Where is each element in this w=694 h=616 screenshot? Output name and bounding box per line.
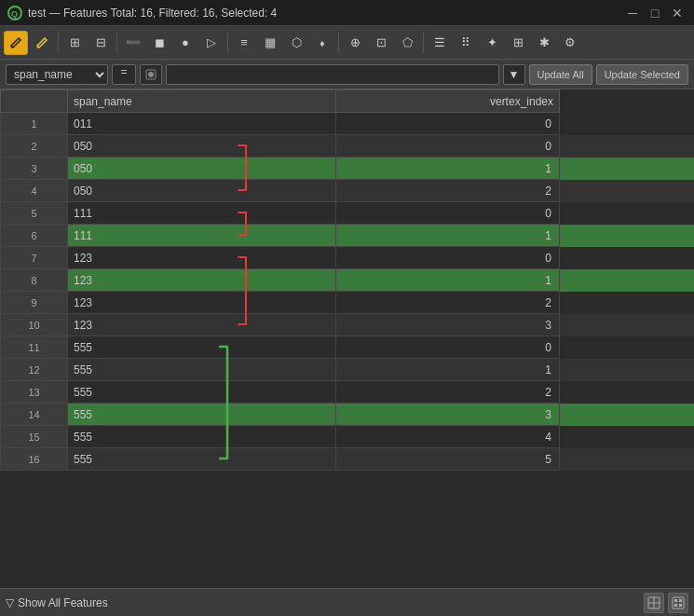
table-row[interactable]: 125551 — [1, 359, 694, 381]
cell-bracket — [560, 113, 694, 135]
toolbar-separator-3 — [227, 33, 228, 53]
status-icon-2[interactable] — [668, 593, 688, 613]
table-row[interactable]: 20500 — [1, 135, 694, 157]
tool-plus[interactable]: ⊞ — [506, 31, 530, 55]
row-id: 10 — [1, 314, 68, 336]
cell-bracket — [560, 404, 694, 426]
toolbar-separator-5 — [423, 33, 424, 53]
minimize-button[interactable]: ─ — [623, 4, 642, 22]
table-header-row: span_name vertex_index — [1, 90, 694, 113]
update-selected-button[interactable]: Update Selected — [596, 64, 688, 85]
status-bar: ▽ Show All Features — [0, 588, 694, 616]
table-row[interactable]: 165555 — [1, 448, 694, 471]
svg-rect-9 — [679, 599, 682, 602]
cell-bracket — [560, 135, 694, 157]
close-button[interactable]: ✕ — [668, 4, 687, 22]
field-select[interactable]: span_name vertex_index — [6, 64, 108, 85]
svg-text:Q: Q — [11, 9, 18, 19]
toolbar-separator-4 — [338, 33, 339, 53]
title-bar: Q test — Features Total: 16, Filtered: 1… — [0, 0, 694, 26]
cell-span-name: 555 — [68, 336, 336, 359]
row-id: 5 — [1, 202, 68, 225]
cell-bracket — [560, 448, 694, 471]
table-container: span_name vertex_index 10110205003050140… — [0, 89, 694, 588]
table-row[interactable]: 10110 — [1, 113, 694, 135]
window-title: test — Features Total: 16, Filtered: 16,… — [28, 7, 623, 20]
table-row[interactable]: 40502 — [1, 180, 694, 202]
value-picker-button[interactable] — [140, 64, 162, 85]
data-table: span_name vertex_index 10110205003050140… — [0, 89, 694, 471]
tool-dots[interactable]: ⠿ — [454, 31, 478, 55]
table-row[interactable]: 101233 — [1, 314, 694, 336]
tool-arrow[interactable]: ▷ — [199, 31, 224, 55]
cell-span-name: 123 — [68, 247, 336, 269]
cell-vertex-index: 0 — [336, 135, 560, 157]
tool-search[interactable]: ⊕ — [343, 31, 367, 55]
cell-vertex-index: 0 — [336, 247, 560, 269]
table-row[interactable]: 115550 — [1, 336, 694, 359]
cell-span-name: 123 — [68, 314, 336, 336]
cell-vertex-index: 1 — [336, 157, 560, 180]
row-id: 13 — [1, 381, 68, 404]
edit-button-2[interactable] — [30, 31, 54, 55]
cell-bracket — [560, 180, 694, 202]
update-all-button[interactable]: Update All — [529, 64, 592, 85]
tool-delete[interactable]: ⊟ — [88, 31, 113, 55]
table-row[interactable]: 71230 — [1, 247, 694, 269]
row-id: 9 — [1, 292, 68, 314]
table-row[interactable]: 155554 — [1, 426, 694, 448]
cell-bracket — [560, 247, 694, 269]
show-all-features-button[interactable]: ▽ Show All Features — [6, 596, 108, 609]
tool-table[interactable]: ▦ — [258, 31, 282, 55]
svg-rect-7 — [673, 597, 684, 609]
filter-value-input[interactable] — [166, 64, 499, 85]
svg-rect-11 — [679, 604, 682, 607]
tool-select[interactable]: ⊡ — [369, 31, 393, 55]
operator-display: = — [112, 64, 136, 85]
svg-rect-8 — [674, 599, 677, 602]
tool-hex[interactable]: ⬡ — [284, 31, 308, 55]
cell-bracket — [560, 336, 694, 359]
tool-star[interactable]: ✦ — [480, 31, 504, 55]
cell-span-name: 111 — [68, 202, 336, 225]
cell-bracket — [560, 157, 694, 180]
table-row[interactable]: 145553 — [1, 404, 694, 426]
cell-span-name: 011 — [68, 113, 336, 135]
cell-span-name: 123 — [68, 269, 336, 292]
filter-icon: ▽ — [6, 596, 14, 609]
table-row[interactable]: 81231 — [1, 269, 694, 292]
app-icon: Q — [7, 6, 22, 21]
cell-span-name: 555 — [68, 426, 336, 448]
cell-span-name: 555 — [68, 359, 336, 381]
tool-line[interactable]: ➖ — [121, 31, 145, 55]
row-id: 15 — [1, 426, 68, 448]
table-row[interactable]: 91232 — [1, 292, 694, 314]
tool-list[interactable]: ≡ — [232, 31, 256, 55]
cell-vertex-index: 0 — [336, 113, 560, 135]
filter-apply-button[interactable]: ▼ — [503, 64, 525, 85]
window-controls: ─ □ ✕ — [623, 4, 687, 22]
maximize-button[interactable]: □ — [646, 4, 664, 22]
tool-shape[interactable]: ◼ — [147, 31, 171, 55]
table-row[interactable]: 30501 — [1, 157, 694, 180]
tool-diamond[interactable]: ⬧ — [310, 31, 334, 55]
status-icon-1[interactable] — [644, 593, 664, 613]
tool-circle[interactable]: ● — [173, 31, 197, 55]
col-header-id — [1, 90, 68, 113]
cell-span-name: 555 — [68, 381, 336, 404]
tool-settings[interactable]: ⚙ — [558, 31, 582, 55]
row-id: 6 — [1, 225, 68, 247]
cell-vertex-index: 0 — [336, 336, 560, 359]
table-row[interactable]: 51110 — [1, 202, 694, 225]
cell-bracket — [560, 426, 694, 448]
table-row[interactable]: 135552 — [1, 381, 694, 404]
cell-vertex-index: 5 — [336, 448, 560, 471]
table-row[interactable]: 61111 — [1, 225, 694, 247]
edit-pencil-button[interactable] — [4, 31, 28, 55]
tool-rows[interactable]: ☰ — [428, 31, 452, 55]
tool-asterisk[interactable]: ✱ — [532, 31, 556, 55]
row-id: 11 — [1, 336, 68, 359]
tool-grid[interactable]: ⊞ — [62, 31, 87, 55]
tool-polygon[interactable]: ⬠ — [395, 31, 419, 55]
toolbar: ⊞ ⊟ ➖ ◼ ● ▷ ≡ ▦ ⬡ ⬧ ⊕ ⊡ ⬠ ☰ ⠿ ✦ ⊞ ✱ ⚙ — [0, 26, 694, 60]
